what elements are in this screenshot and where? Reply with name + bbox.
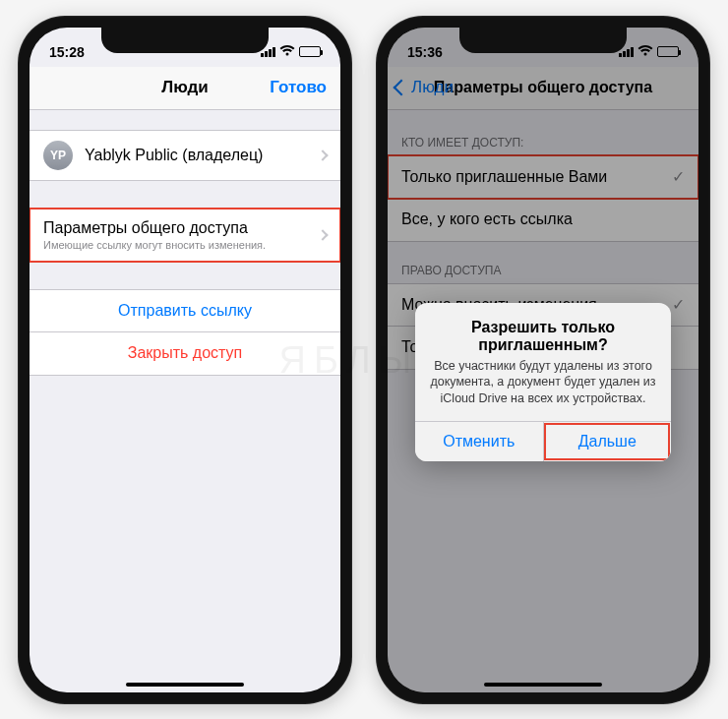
sharing-subtitle: Имеющие ссылку могут вносить изменения. <box>43 239 266 251</box>
notch <box>101 28 269 53</box>
confirm-button[interactable]: Дальше <box>543 422 672 461</box>
sharing-title: Параметры общего доступа <box>43 219 266 237</box>
close-access-button[interactable]: Закрыть доступ <box>30 332 340 376</box>
phone-right: 15:36 Люди Параметры общего доступа КТО … <box>376 16 710 704</box>
phone-left: 15:28 Люди Готово YP Yablyk Public (влад… <box>18 16 352 704</box>
nav-title: Люди <box>161 78 208 97</box>
sharing-settings-cell[interactable]: Параметры общего доступа Имеющие ссылку … <box>30 209 340 262</box>
cancel-label: Отменить <box>443 433 515 449</box>
chevron-right-icon <box>317 150 328 160</box>
cancel-button[interactable]: Отменить <box>415 422 543 461</box>
confirm-label: Дальше <box>578 433 637 449</box>
close-access-label: Закрыть доступ <box>128 344 242 362</box>
owner-name: Yablyk Public (владелец) <box>85 147 263 164</box>
send-link-label: Отправить ссылку <box>118 302 252 320</box>
avatar: YP <box>43 141 73 170</box>
owner-cell[interactable]: YP Yablyk Public (владелец) <box>30 130 340 181</box>
wifi-icon <box>279 44 295 60</box>
notch <box>459 28 627 53</box>
confirm-alert: Разрешить только приглашенным? Все участ… <box>415 303 671 462</box>
chevron-right-icon <box>317 229 328 240</box>
done-button[interactable]: Готово <box>270 78 327 97</box>
send-link-button[interactable]: Отправить ссылку <box>30 289 340 332</box>
alert-message: Все участники будут удалены из этого док… <box>429 358 657 408</box>
battery-icon <box>299 46 321 57</box>
status-time: 15:28 <box>49 44 85 60</box>
home-indicator[interactable] <box>126 683 244 687</box>
nav-bar: Люди Готово <box>30 67 340 110</box>
alert-title: Разрешить только приглашенным? <box>429 319 657 354</box>
